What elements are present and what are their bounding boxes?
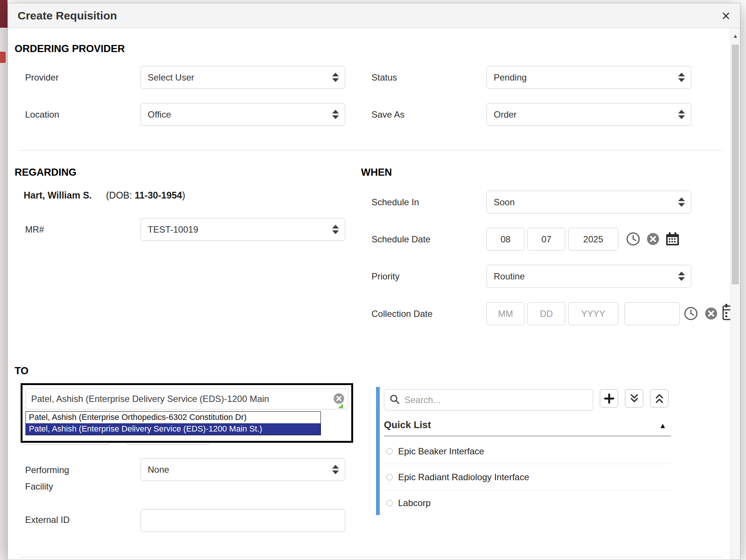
select-caret-icon xyxy=(678,272,685,281)
create-requisition-modal: Create Requisition × ORDERING PROVIDER P… xyxy=(7,3,740,560)
plus-icon xyxy=(604,393,615,404)
recipient-clear-icon[interactable] xyxy=(333,393,345,406)
collection-time-input[interactable] xyxy=(625,302,680,325)
schedule-in-select[interactable]: Soon xyxy=(487,191,691,214)
ordering-provider-heading: ORDERING PROVIDER xyxy=(15,43,125,55)
select-caret-icon xyxy=(332,225,339,234)
expand-all-button[interactable] xyxy=(625,389,643,408)
external-id-label: External ID xyxy=(25,515,70,525)
modal-title: Create Requisition xyxy=(18,9,117,22)
quick-list-collapse-icon[interactable]: ▲ xyxy=(659,421,667,430)
quick-list-item-label: Epic Radiant Radiology Interface xyxy=(398,472,529,482)
status-label: Status xyxy=(372,72,397,83)
page-behind-modal xyxy=(0,0,7,560)
to-heading: TO xyxy=(15,365,28,377)
location-label: Location xyxy=(25,109,59,120)
section-divider xyxy=(19,150,723,151)
performing-facility-select-value: None xyxy=(148,464,169,475)
background-alert-fragment xyxy=(0,52,6,63)
priority-label: Priority xyxy=(372,271,400,282)
save-as-label: Save As xyxy=(372,109,404,120)
provider-label: Provider xyxy=(25,72,58,83)
double-chevron-down-icon xyxy=(629,393,640,404)
close-icon[interactable]: × xyxy=(722,10,730,22)
provider-select-value: Select User xyxy=(148,72,194,83)
select-caret-icon xyxy=(332,110,339,119)
performing-facility-select[interactable]: None xyxy=(141,458,345,481)
schedule-in-select-value: Soon xyxy=(494,197,515,208)
patient-name: Hart, William S. xyxy=(24,190,92,200)
collection-time-clock-icon[interactable] xyxy=(683,306,698,321)
suggestion-list: Patel, Ashish (Enterprise Orthopedics-63… xyxy=(25,411,321,435)
suggestion-item[interactable]: Patel, Ashish (Enterprise Orthopedics-63… xyxy=(26,412,321,423)
schedule-calendar-icon[interactable] xyxy=(665,231,680,246)
collection-year-input[interactable] xyxy=(568,302,618,325)
status-select-value: Pending xyxy=(494,72,527,83)
radio-icon[interactable] xyxy=(386,474,393,481)
when-heading: WHEN xyxy=(361,167,392,178)
location-select[interactable]: Office xyxy=(141,103,345,126)
scroll-up-arrow-icon[interactable]: ▲ xyxy=(731,28,740,43)
mr-select-value: TEST-10019 xyxy=(148,224,198,235)
quick-list-item-label: Epic Beaker Interface xyxy=(398,446,484,457)
schedule-date-label: Schedule Date xyxy=(372,234,430,245)
collection-date-clear-icon[interactable] xyxy=(704,307,718,320)
quick-list-item[interactable]: Epic Beaker Interface xyxy=(384,439,671,464)
schedule-month-input[interactable] xyxy=(487,228,524,251)
modal-header: Create Requisition × xyxy=(8,3,740,28)
search-icon xyxy=(389,394,400,406)
location-select-value: Office xyxy=(148,109,171,120)
directory-search[interactable] xyxy=(384,389,593,411)
recipient-input[interactable] xyxy=(25,388,348,409)
scrollbar[interactable]: ▲ xyxy=(730,28,740,560)
recipient-autocomplete: Patel, Ashish (Enterprise Orthopedics-63… xyxy=(21,383,353,443)
external-id-input[interactable] xyxy=(141,509,345,532)
suggestion-item-selected[interactable]: Patel, Ashish (Enterprise Delivery Servi… xyxy=(26,423,321,435)
collection-date-label: Collection Date xyxy=(372,309,433,319)
background-header-fragment xyxy=(0,0,7,28)
priority-select[interactable]: Routine xyxy=(487,265,691,288)
schedule-time-clock-icon[interactable] xyxy=(626,231,641,246)
dob-value: 11-30-1954 xyxy=(135,190,182,200)
schedule-in-label: Schedule In xyxy=(372,197,419,208)
collection-month-input[interactable] xyxy=(487,302,524,325)
schedule-day-input[interactable] xyxy=(527,228,565,251)
mr-label: MR# xyxy=(25,224,44,235)
quick-list-item[interactable]: Epic Radiant Radiology Interface xyxy=(384,464,671,490)
select-caret-icon xyxy=(678,110,685,119)
schedule-year-input[interactable] xyxy=(568,228,618,251)
provider-select[interactable]: Select User xyxy=(141,66,345,89)
save-as-select-value: Order xyxy=(494,109,517,120)
directory-accent-bar xyxy=(376,387,380,515)
screen: Create Requisition × ORDERING PROVIDER P… xyxy=(0,0,746,560)
collection-day-input[interactable] xyxy=(527,302,565,325)
select-caret-icon xyxy=(332,465,339,474)
select-caret-icon xyxy=(678,73,685,82)
dob-label: (DOB: xyxy=(106,190,132,200)
add-recipient-button[interactable] xyxy=(600,389,618,408)
quick-list-item-label: Labcorp xyxy=(398,498,431,508)
save-as-select[interactable]: Order xyxy=(487,103,691,126)
status-select[interactable]: Pending xyxy=(487,66,691,89)
radio-icon[interactable] xyxy=(386,448,393,455)
bottom-divider xyxy=(19,557,723,557)
regarding-heading: REGARDING xyxy=(15,167,76,178)
dob-close: ) xyxy=(182,190,185,200)
performing-facility-label: Performing Facility xyxy=(25,462,85,495)
select-caret-icon xyxy=(332,73,339,82)
cutoff-calendar-icon[interactable] xyxy=(722,303,731,325)
quick-list-heading: Quick List xyxy=(384,419,431,431)
radio-icon[interactable] xyxy=(386,500,393,506)
quick-list-underline xyxy=(384,436,671,436)
schedule-date-clear-icon[interactable] xyxy=(646,232,660,246)
collapse-all-button[interactable] xyxy=(650,389,668,408)
quick-list-item[interactable]: Labcorp xyxy=(384,490,671,516)
select-caret-icon xyxy=(678,197,685,207)
priority-select-value: Routine xyxy=(494,271,525,282)
patient-summary: Hart, William S.(DOB: 11-30-1954) xyxy=(24,190,185,201)
directory-search-input[interactable] xyxy=(404,395,587,405)
double-chevron-up-icon xyxy=(654,393,665,404)
mr-select[interactable]: TEST-10019 xyxy=(141,218,345,241)
scrollbar-thumb[interactable] xyxy=(732,45,739,284)
